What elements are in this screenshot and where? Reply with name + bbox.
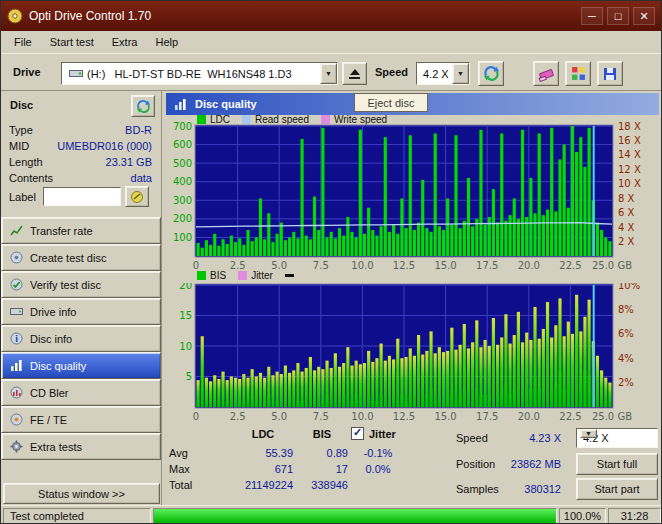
bis-legend-label: BIS — [210, 270, 226, 281]
avg-jitter-value: -0.1% — [343, 447, 413, 459]
svg-text:20: 20 — [179, 283, 192, 291]
status-window-toggle[interactable]: Status window >> — [3, 483, 160, 504]
svg-text:10.0: 10.0 — [351, 411, 373, 422]
write-speed-dropdown-arrow[interactable] — [580, 429, 597, 438]
rescan-disc-button[interactable] — [131, 95, 155, 117]
svg-text:25.0 GB: 25.0 GB — [592, 411, 632, 422]
window-title: Opti Drive Control 1.70 — [29, 9, 151, 23]
titlebar: Opti Drive Control 1.70 ─ □ ✕ — [1, 1, 661, 31]
cd-bler-icon — [10, 386, 23, 399]
svg-text:25.0 GB: 25.0 GB — [592, 260, 632, 271]
jitter-checkbox[interactable] — [351, 427, 364, 440]
sidebar-item-disc-info[interactable]: i Disc info — [1, 325, 161, 352]
erase-disc-button[interactable] — [533, 61, 559, 86]
eject-tooltip: Eject disc — [354, 93, 428, 112]
bis-legend-swatch — [197, 271, 206, 280]
svg-text:2.5: 2.5 — [230, 411, 246, 422]
eraser-icon — [538, 65, 555, 82]
sidebar-item-disc-quality[interactable]: Disc quality — [1, 352, 161, 379]
disc-type-value: BD-R — [125, 124, 152, 136]
sidebar-item-extra-tests[interactable]: Extra tests — [1, 433, 161, 460]
speed-combobox[interactable]: 4.2 X — [416, 62, 470, 85]
max-bis-value: 17 — [296, 463, 348, 475]
disc-panel-title: Disc — [10, 99, 33, 111]
drive-icon — [69, 68, 83, 79]
start-part-button[interactable]: Start part — [576, 478, 658, 500]
sidebar-item-create-test-disc[interactable]: Create test disc — [1, 244, 161, 271]
toolbar: Drive (H:) HL-DT-ST BD-RE WH16NS48 1.D3 … — [1, 53, 661, 91]
svg-text:2%: 2% — [618, 377, 634, 388]
menu-extra[interactable]: Extra — [103, 33, 147, 51]
sidebar-item-cd-bler[interactable]: CD Bler — [1, 379, 161, 406]
status-text: Test completed — [10, 510, 84, 522]
svg-text:2 X: 2 X — [618, 236, 635, 247]
svg-text:12.5: 12.5 — [393, 411, 415, 422]
avg-bis-value: 0.89 — [296, 447, 348, 459]
sidebar-item-transfer-rate[interactable]: Transfer rate — [1, 217, 161, 244]
disc-length-label: Length — [9, 156, 43, 168]
speed-dropdown-arrow[interactable] — [452, 63, 469, 84]
minimize-button[interactable]: ─ — [581, 7, 603, 25]
avg-ldc-value: 55.39 — [218, 447, 293, 459]
svg-text:10.0: 10.0 — [351, 260, 373, 271]
svg-text:100: 100 — [173, 232, 192, 243]
label-field-label: Label — [9, 191, 36, 203]
sidebar-item-verify-test-disc[interactable]: Verify test disc — [1, 271, 161, 298]
svg-text:12 X: 12 X — [618, 164, 641, 175]
svg-text:10 X: 10 X — [618, 178, 641, 189]
svg-text:22.5: 22.5 — [559, 411, 581, 422]
total-bis-value: 338946 — [296, 479, 348, 491]
ldc-column-header: LDC — [233, 428, 293, 440]
drive-dropdown-arrow[interactable] — [320, 63, 337, 84]
refresh-button[interactable] — [478, 61, 504, 86]
disc-mid-label: MID — [9, 140, 29, 152]
samples-stat-value: 380312 — [483, 483, 561, 495]
menu-start-test[interactable]: Start test — [41, 33, 103, 51]
save-icon — [602, 66, 618, 82]
legend-marker-dash — [285, 274, 294, 277]
disc-icon — [10, 251, 23, 264]
minimize-icon: ─ — [588, 10, 596, 22]
save-button[interactable] — [597, 61, 623, 86]
progress-percent-cell: 100.0% — [559, 508, 606, 524]
svg-text:15.0: 15.0 — [434, 260, 456, 271]
eject-icon — [349, 69, 360, 79]
write-speed-combobox[interactable]: 4.2 X — [576, 428, 658, 448]
svg-text:7.5: 7.5 — [313, 260, 329, 271]
menubar: File Start test Extra Help — [1, 31, 661, 53]
close-button[interactable]: ✕ — [633, 7, 655, 25]
svg-text:12.5: 12.5 — [393, 260, 415, 271]
statusbar: Test completed 100.0% 31:28 — [1, 505, 662, 524]
write-label-button[interactable] — [125, 186, 149, 207]
max-jitter-value: 0.0% — [343, 463, 413, 475]
refresh-icon — [136, 99, 151, 114]
svg-text:14 X: 14 X — [618, 149, 641, 160]
avg-row-label: Avg — [169, 447, 188, 459]
jitter-legend-label: Jitter — [251, 270, 273, 281]
svg-text:7.5: 7.5 — [313, 411, 329, 422]
svg-text:17.5: 17.5 — [476, 260, 498, 271]
menu-file[interactable]: File — [5, 33, 41, 51]
svg-text:22.5: 22.5 — [559, 260, 581, 271]
section-icon — [174, 98, 187, 111]
sidebar-item-drive-info[interactable]: Drive info — [1, 298, 161, 325]
svg-text:0: 0 — [193, 411, 199, 422]
app-icon — [7, 8, 23, 24]
start-full-button[interactable]: Start full — [576, 453, 658, 475]
eject-button[interactable] — [342, 62, 367, 85]
disc-info-icon: i — [10, 332, 23, 345]
svg-text:200: 200 — [173, 213, 192, 224]
disc-contents-label: Contents — [9, 172, 53, 184]
progress-fill — [154, 509, 556, 523]
sidebar-item-fe-te[interactable]: FE / TE — [1, 406, 161, 433]
maximize-button[interactable]: □ — [607, 7, 629, 25]
options-button[interactable] — [565, 61, 591, 86]
label-input[interactable] — [43, 187, 121, 206]
position-stat-value: 23862 MB — [483, 458, 561, 470]
progress-percent: 100.0% — [564, 510, 601, 522]
disc-check-icon — [10, 278, 23, 291]
menu-help[interactable]: Help — [146, 33, 187, 51]
svg-text:15: 15 — [179, 310, 192, 321]
drive-combobox[interactable]: (H:) HL-DT-ST BD-RE WH16NS48 1.D3 — [61, 62, 338, 85]
speed-value: 4.2 X — [420, 68, 449, 80]
